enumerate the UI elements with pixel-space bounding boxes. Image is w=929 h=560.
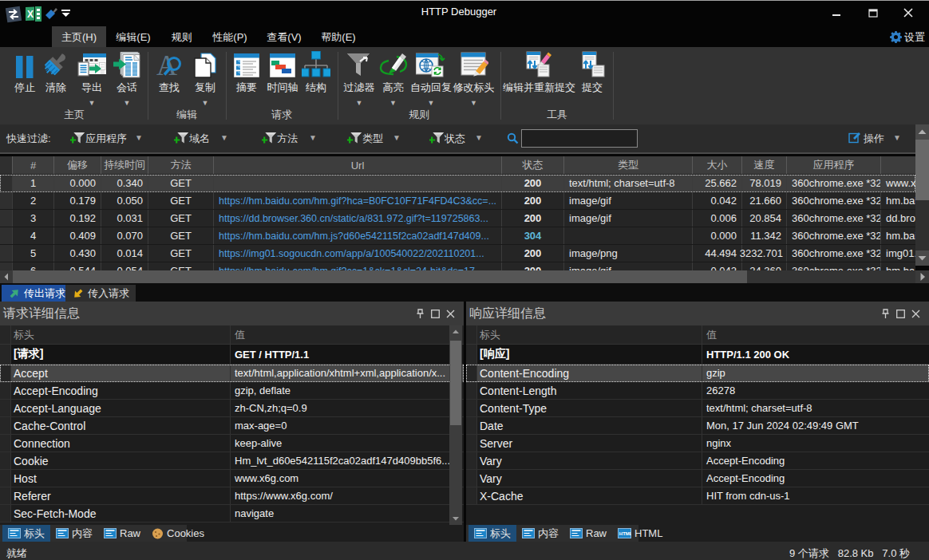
svg-text:HTML: HTML [619,531,631,536]
svg-text:A: A [156,52,177,79]
